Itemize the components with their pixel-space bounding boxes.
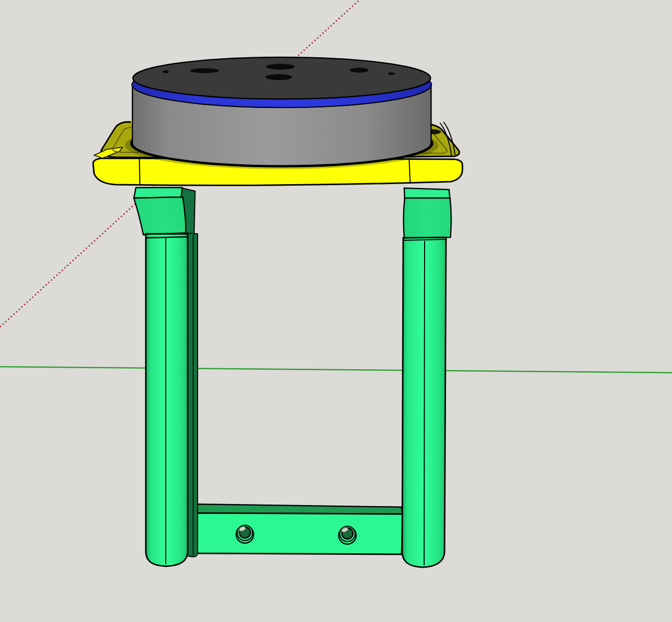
- echo-dot-speaker[interactable]: [125, 57, 439, 169]
- bottom-crossbar[interactable]: [192, 504, 403, 554]
- crossbar-front-face[interactable]: [192, 513, 403, 554]
- button-hole[interactable]: [190, 68, 219, 73]
- right-leg[interactable]: [402, 188, 451, 567]
- button-hole[interactable]: [266, 64, 295, 70]
- button-hole[interactable]: [163, 70, 169, 73]
- right-leg-center-seam: [424, 241, 425, 565]
- screw-hole-right[interactable]: [339, 526, 356, 544]
- left-leg-side-face[interactable]: [187, 233, 198, 557]
- button-hole[interactable]: [388, 73, 395, 75]
- cad-viewport[interactable]: [0, 0, 672, 622]
- button-hole[interactable]: [265, 74, 292, 80]
- plate-front-left-seam: [139, 158, 140, 185]
- right-bracket-top-band[interactable]: [404, 188, 450, 198]
- screw-hole-left[interactable]: [236, 525, 254, 543]
- left-bracket-top-band[interactable]: [134, 188, 182, 198]
- button-hole[interactable]: [349, 68, 368, 73]
- right-bracket-flare[interactable]: [404, 198, 451, 238]
- left-bracket-flare[interactable]: [134, 197, 186, 235]
- left-leg-shaft[interactable]: [146, 234, 188, 566]
- model-view[interactable]: [0, 0, 672, 622]
